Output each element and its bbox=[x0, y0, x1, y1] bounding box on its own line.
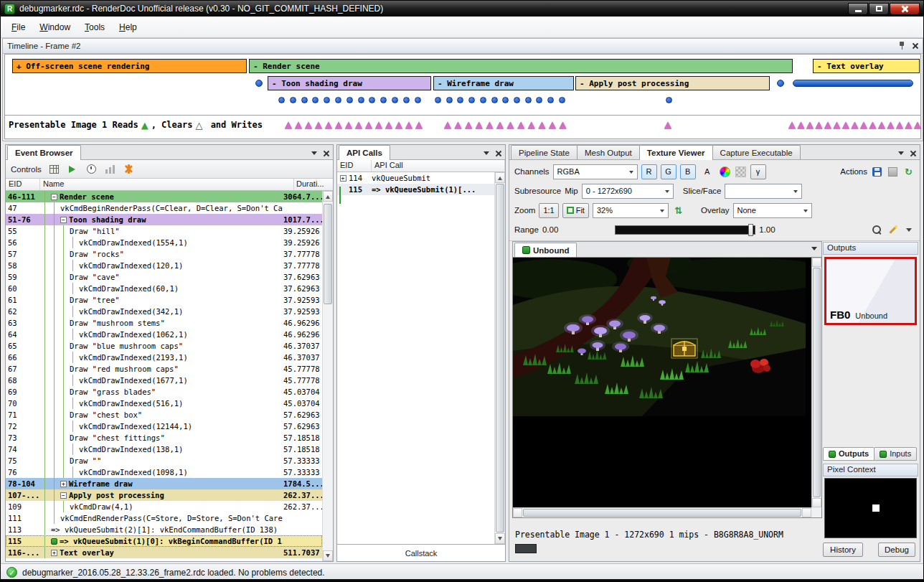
maximize-button[interactable] bbox=[869, 3, 889, 15]
timeline-marker-block[interactable]: - Render scene bbox=[249, 59, 793, 73]
usage-write-triangle[interactable]: ▲ bbox=[345, 120, 352, 129]
usage-write-triangle[interactable]: ▲ bbox=[455, 120, 462, 129]
scrollbar-thumb[interactable] bbox=[813, 268, 821, 497]
callstack-section[interactable]: Callstack bbox=[337, 544, 505, 561]
zoom-1to1-button[interactable]: 1:1 bbox=[539, 203, 558, 218]
expander-icon[interactable]: + bbox=[340, 175, 346, 182]
event-row[interactable]: 109vkCmdDraw(4,1)262.37... bbox=[6, 501, 322, 512]
event-dot[interactable] bbox=[324, 97, 330, 103]
usage-write-triangle[interactable]: ▲ bbox=[385, 120, 392, 129]
refresh-button[interactable]: ↻ bbox=[902, 166, 915, 178]
event-row[interactable]: 116-...+Text overlay511.7037 bbox=[6, 547, 322, 558]
event-dot[interactable] bbox=[358, 97, 364, 103]
event-row[interactable]: 62vkCmdDrawIndexed(342,1)37.92593 bbox=[6, 306, 322, 317]
usage-write-triangle[interactable]: ▲ bbox=[285, 120, 292, 129]
menu-tools[interactable]: Tools bbox=[77, 19, 112, 35]
scroll-up-icon[interactable] bbox=[812, 258, 821, 267]
alpha-channel-button[interactable]: A bbox=[699, 164, 715, 179]
timeline-marker-block[interactable]: - Apply post processing bbox=[575, 76, 770, 90]
usage-write-triangle[interactable]: ▲ bbox=[325, 120, 332, 129]
event-row[interactable]: 57Draw "rocks"37.77778 bbox=[6, 248, 322, 260]
stats-button[interactable] bbox=[104, 163, 116, 175]
event-dot[interactable] bbox=[255, 80, 263, 87]
bookmark-button[interactable] bbox=[123, 163, 135, 175]
scroll-right-icon[interactable] bbox=[802, 508, 811, 517]
scroll-up-icon[interactable] bbox=[323, 191, 333, 202]
usage-write-triangle[interactable]: ▲ bbox=[914, 120, 921, 129]
event-row[interactable]: 76vkCmdDrawIndexed(1098,1)57.33333 bbox=[6, 466, 322, 478]
timeline-body[interactable]: + Off-screen scene rendering- Render sce… bbox=[4, 54, 921, 139]
event-dot[interactable] bbox=[312, 97, 319, 103]
red-channel-button[interactable]: R bbox=[641, 164, 657, 179]
event-dot[interactable] bbox=[525, 97, 532, 103]
event-row[interactable]: 58vkCmdDrawIndexed(120,1)37.77778 bbox=[6, 260, 322, 271]
autofit-button[interactable] bbox=[887, 224, 899, 236]
usage-write-triangle[interactable]: ▲ bbox=[365, 120, 372, 129]
save-button[interactable] bbox=[871, 166, 883, 178]
chevron-down-icon[interactable] bbox=[811, 247, 817, 253]
scrollbar-thumb[interactable] bbox=[324, 204, 332, 304]
horizontal-scrollbar[interactable] bbox=[513, 507, 811, 517]
event-dot[interactable] bbox=[502, 97, 509, 103]
event-dot[interactable] bbox=[435, 97, 441, 103]
goto-eid-button[interactable] bbox=[67, 163, 79, 175]
column-eid[interactable]: EID bbox=[6, 179, 40, 190]
close-icon[interactable] bbox=[910, 150, 916, 156]
debug-button[interactable]: Debug bbox=[878, 543, 915, 557]
event-dot[interactable] bbox=[415, 97, 421, 103]
event-row[interactable]: 113=> vkQueueSubmit(2)[1]: vkEndCommandB… bbox=[6, 524, 322, 535]
event-dot[interactable] bbox=[446, 97, 453, 103]
api-calls-column-header[interactable]: EID API Call bbox=[337, 160, 505, 172]
api-call-row[interactable]: 115=> vkQueueSubmit(1)[... bbox=[337, 184, 494, 195]
column-duration[interactable]: Durati... bbox=[294, 179, 333, 190]
texture-image[interactable] bbox=[513, 258, 806, 416]
usage-write-triangle[interactable]: ▲ bbox=[496, 120, 504, 129]
event-row[interactable]: 64vkCmdDrawIndexed(1062,1)46.96296 bbox=[6, 329, 322, 340]
expander-icon[interactable]: + bbox=[60, 481, 67, 487]
pin-icon[interactable] bbox=[898, 42, 905, 50]
usage-write-triangle[interactable]: ▲ bbox=[549, 120, 556, 129]
zoom-select[interactable]: 32% bbox=[593, 203, 669, 218]
scroll-left-icon[interactable] bbox=[513, 508, 522, 517]
column-name[interactable]: Name bbox=[40, 179, 294, 190]
usage-write-triangle[interactable]: ▲ bbox=[355, 120, 362, 129]
usage-write-triangle[interactable]: ▲ bbox=[798, 120, 805, 129]
scrollbar-thumb[interactable] bbox=[496, 184, 504, 532]
usage-write-triangle[interactable]: ▲ bbox=[869, 120, 877, 129]
usage-write-triangle[interactable]: ▲ bbox=[444, 120, 451, 129]
event-row[interactable]: 59Draw "cave"37.62963 bbox=[6, 271, 322, 283]
event-row[interactable]: 67Draw "red mushroom caps"45.77778 bbox=[6, 363, 322, 375]
tab-mesh-output[interactable]: Mesh Output bbox=[577, 145, 640, 159]
mip-select[interactable]: 0 - 1272x690 bbox=[582, 184, 674, 199]
close-icon[interactable] bbox=[323, 150, 329, 156]
event-row[interactable]: 73Draw "chest fittings"57.18518 bbox=[6, 432, 322, 443]
minimize-button[interactable] bbox=[848, 3, 868, 15]
scrollbar-thumb[interactable] bbox=[523, 509, 801, 517]
usage-write-triangle[interactable]: ▲ bbox=[465, 120, 472, 129]
close-button[interactable] bbox=[890, 3, 920, 15]
event-row[interactable]: 65Draw "blue mushroom caps"46.37037 bbox=[6, 340, 322, 352]
usage-write-triangle[interactable]: ▲ bbox=[860, 120, 867, 129]
pixel-context-display[interactable] bbox=[824, 478, 917, 538]
usage-write-triangle[interactable]: ▲ bbox=[476, 120, 483, 129]
usage-write-triangle[interactable]: ▲ bbox=[842, 120, 849, 129]
tab-capture-executable[interactable]: Capture Executable bbox=[712, 145, 801, 159]
event-row[interactable]: 74vkCmdDrawIndexed(138,1)57.18518 bbox=[6, 443, 322, 455]
api-call-row[interactable]: +114vkQueueSubmit bbox=[337, 172, 494, 184]
menu-help[interactable]: Help bbox=[112, 19, 144, 35]
usage-write-triangle[interactable]: ▲ bbox=[816, 120, 823, 129]
usage-write-triangle[interactable]: ▲ bbox=[788, 120, 796, 129]
event-dot[interactable] bbox=[514, 97, 520, 103]
expander-icon[interactable]: + bbox=[51, 550, 57, 556]
usage-write-triangle[interactable]: ▲ bbox=[517, 120, 524, 129]
tab-unbound[interactable]: Unbound bbox=[514, 243, 577, 258]
tab-pipeline-state[interactable]: Pipeline State bbox=[511, 145, 578, 159]
usage-write-triangle[interactable]: ▲ bbox=[335, 120, 342, 129]
event-dot[interactable] bbox=[491, 97, 498, 103]
usage-write-triangle[interactable]: ▲ bbox=[295, 120, 302, 129]
expander-icon[interactable]: − bbox=[51, 194, 57, 200]
scroll-down-icon[interactable] bbox=[323, 550, 333, 561]
events-bar[interactable] bbox=[793, 80, 913, 87]
expander-icon[interactable]: − bbox=[60, 217, 67, 223]
event-dot[interactable] bbox=[536, 97, 542, 103]
